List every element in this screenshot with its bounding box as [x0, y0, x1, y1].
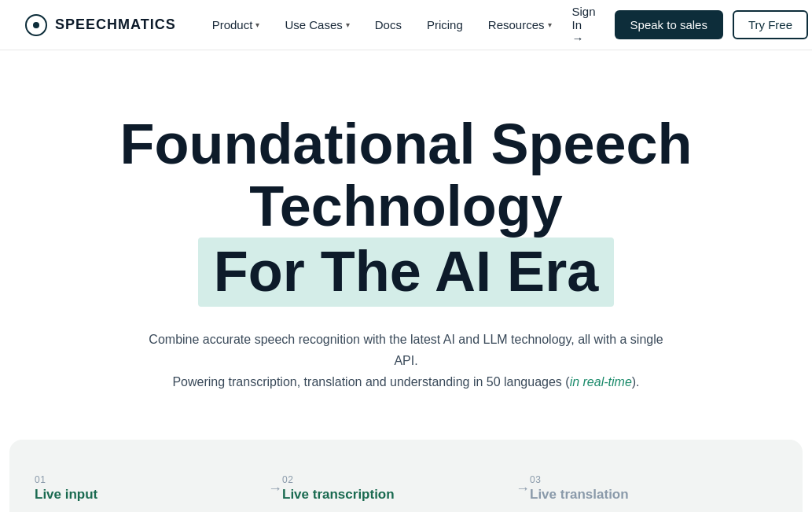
- real-time-link[interactable]: in real-time: [570, 375, 632, 389]
- tab-live-transcription[interactable]: 02 Live transcription →: [282, 462, 530, 512]
- nav-resources[interactable]: Resources ▾: [477, 12, 563, 38]
- chevron-down-icon: ▾: [548, 20, 552, 29]
- demo-section: 01 Live input → 02 Live transcription → …: [9, 440, 803, 512]
- tab2-number: 02: [282, 474, 530, 485]
- hero-section: Foundational Speech Technology For The A…: [0, 50, 812, 440]
- chevron-down-icon: ▾: [255, 20, 259, 29]
- tab3-number: 03: [530, 474, 777, 485]
- demo-tabs: 01 Live input → 02 Live transcription → …: [9, 440, 803, 512]
- tab-live-input[interactable]: 01 Live input →: [35, 462, 282, 512]
- tab-live-translation[interactable]: 03 Live translation: [530, 462, 777, 512]
- nav-use-cases[interactable]: Use Cases ▾: [274, 12, 360, 38]
- svg-point-1: [33, 22, 39, 28]
- sign-in-link[interactable]: Sign In →: [563, 0, 605, 51]
- tab2-arrow-icon: →: [516, 481, 530, 497]
- hero-subtitle: Combine accurate speech recognition with…: [147, 329, 666, 393]
- nav-pricing[interactable]: Pricing: [416, 12, 474, 38]
- speak-to-sales-button[interactable]: Speak to sales: [615, 10, 723, 39]
- nav-product[interactable]: Product ▾: [201, 12, 271, 38]
- try-free-button[interactable]: Try Free: [733, 10, 808, 39]
- hero-title-highlight: For The AI Era: [198, 238, 614, 306]
- logo-link[interactable]: SPEECHMATICS: [25, 14, 176, 36]
- tab1-arrow-icon: →: [268, 481, 282, 497]
- tab1-number: 01: [35, 474, 282, 485]
- tab3-title: Live translation: [530, 487, 777, 503]
- navbar: SPEECHMATICS Product ▾ Use Cases ▾ Docs …: [0, 0, 812, 50]
- chevron-down-icon: ▾: [346, 20, 350, 29]
- logo-icon: [25, 14, 47, 36]
- logo-text: SPEECHMATICS: [55, 17, 176, 33]
- hero-title: Foundational Speech Technology For The A…: [31, 113, 781, 307]
- nav-links: Product ▾ Use Cases ▾ Docs Pricing Resou…: [201, 12, 563, 38]
- nav-actions: Sign In → Speak to sales Try Free: [563, 0, 809, 51]
- tab1-title: Live input: [35, 487, 282, 503]
- nav-docs[interactable]: Docs: [364, 12, 413, 38]
- tab2-title: Live transcription: [282, 487, 530, 503]
